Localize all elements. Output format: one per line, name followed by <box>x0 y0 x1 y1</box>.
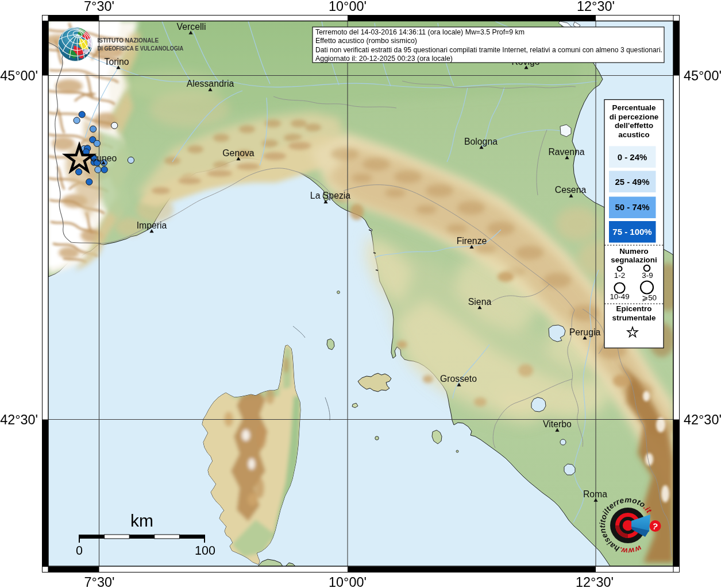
svg-text:Roma: Roma <box>583 489 607 499</box>
svg-text:3-9: 3-9 <box>642 271 653 280</box>
svg-text:45°00': 45°00' <box>0 68 38 83</box>
svg-text:0: 0 <box>76 544 83 558</box>
svg-text:ISTITUTO NAZIONALE: ISTITUTO NAZIONALE <box>98 36 159 44</box>
svg-text:Viterbo: Viterbo <box>543 419 572 429</box>
svg-text:10°00': 10°00' <box>329 575 367 588</box>
svg-text:Terremoto del 14-03-2016 14:36: Terremoto del 14-03-2016 14:36:11 (ora l… <box>315 28 525 36</box>
svg-text:10°00': 10°00' <box>329 0 367 14</box>
svg-text:10-49: 10-49 <box>610 292 629 301</box>
svg-text:Genova: Genova <box>222 148 255 158</box>
svg-text:42°30': 42°30' <box>0 412 38 427</box>
svg-text:⩾50: ⩾50 <box>642 293 657 302</box>
svg-text:Imperia: Imperia <box>137 220 167 230</box>
svg-text:Cuneo: Cuneo <box>90 153 117 163</box>
svg-text:Siena: Siena <box>468 297 492 307</box>
svg-text:di percezione: di percezione <box>610 113 659 121</box>
svg-text:dell'effetto: dell'effetto <box>615 121 653 130</box>
svg-text:strumentale: strumentale <box>612 314 656 322</box>
svg-text:Vercelli: Vercelli <box>177 22 206 32</box>
svg-text:45°00': 45°00' <box>684 68 721 83</box>
svg-text:Effetto acustico (rombo sismic: Effetto acustico (rombo sismico) <box>315 37 417 45</box>
svg-text:Torino: Torino <box>104 57 129 67</box>
svg-text:25 - 49%: 25 - 49% <box>615 177 649 187</box>
svg-text:La Spezia: La Spezia <box>310 191 350 200</box>
svg-text:acustico: acustico <box>618 130 649 139</box>
svg-text:Firenze: Firenze <box>457 236 487 246</box>
svg-text:7°30': 7°30' <box>84 0 114 14</box>
svg-text:75 - 100%: 75 - 100% <box>612 227 651 237</box>
svg-text:12°30': 12°30' <box>577 0 615 14</box>
svg-text:50 - 74%: 50 - 74% <box>615 202 649 212</box>
svg-text:42°30': 42°30' <box>684 412 721 427</box>
svg-text:Epicentro: Epicentro <box>616 304 652 313</box>
svg-text:segnalazioni: segnalazioni <box>611 256 657 264</box>
svg-text:7°30': 7°30' <box>84 575 115 588</box>
svg-text:Bologna: Bologna <box>464 137 498 146</box>
svg-text:0 - 24%: 0 - 24% <box>618 152 647 162</box>
svg-text:Perugia: Perugia <box>569 327 601 337</box>
svg-text:Cesena: Cesena <box>555 185 587 195</box>
svg-text:Alessandria: Alessandria <box>187 79 234 88</box>
svg-text:12°30': 12°30' <box>576 575 614 588</box>
svg-text:Dati non verificati estratti d: Dati non verificati estratti da 95 quest… <box>315 46 662 54</box>
svg-text:1-2: 1-2 <box>614 271 625 280</box>
svg-text:100: 100 <box>195 544 215 558</box>
svg-text:Ravenna: Ravenna <box>548 147 584 157</box>
svg-text:Percentuale: Percentuale <box>612 103 656 112</box>
svg-text:km: km <box>130 511 153 530</box>
svg-text:Numero: Numero <box>619 247 649 256</box>
svg-text:Grosseto: Grosseto <box>440 374 477 384</box>
svg-text:DI GEOFISICA E VULCANOLOGIA: DI GEOFISICA E VULCANOLOGIA <box>98 44 184 51</box>
svg-text:Aggiornato il: 20-12-2025 00:2: Aggiornato il: 20-12-2025 00:23 (ora loc… <box>315 55 453 63</box>
